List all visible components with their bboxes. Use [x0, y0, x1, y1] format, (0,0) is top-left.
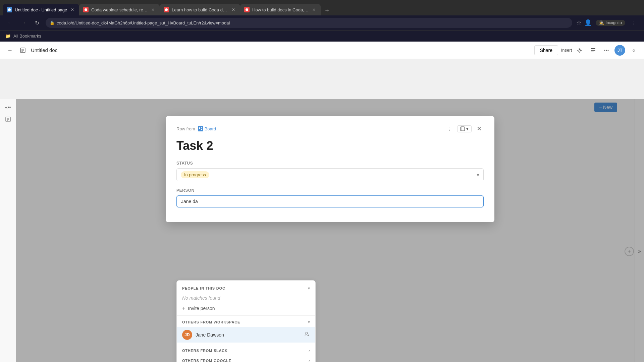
bookmarks-bar: 📁 All Bookmarks	[0, 30, 644, 42]
doc-icon	[19, 46, 27, 54]
svg-rect-14	[591, 50, 595, 51]
svg-rect-24	[201, 127, 202, 128]
person-dropdown: PEOPLE IN THIS DOC ▾ No matches found + …	[176, 280, 316, 362]
board-link[interactable]: Board	[198, 126, 216, 131]
bookmarks-folder-icon: 📁	[5, 34, 11, 39]
svg-rect-23	[199, 127, 200, 129]
profile-icon[interactable]: 👤	[584, 19, 592, 26]
dropdown-divider-2	[177, 344, 315, 344]
reload-button[interactable]: ↻	[32, 18, 42, 27]
tab-4-favicon	[244, 7, 250, 12]
tab-2-title: Coda webinar schedule, regist...	[91, 7, 148, 12]
task-title: Task 2	[176, 139, 484, 153]
url-text: coda.io/d/Untitled-doc_dk4MaGh2h6p/Untit…	[57, 20, 230, 25]
others-workspace-chevron-icon: ▾	[308, 320, 310, 324]
tab-3-close[interactable]: ✕	[231, 7, 236, 12]
modal-action-buttons: ⋮ ▾ ✕	[445, 124, 484, 133]
modal-more-options-button[interactable]: ⋮	[445, 124, 454, 133]
person-label: PERSON	[176, 188, 484, 193]
tab-4-close[interactable]: ✕	[311, 7, 317, 12]
new-tab-button[interactable]: +	[322, 5, 332, 15]
row-from-label: Row from	[176, 126, 195, 131]
header-actions: Share Insert JT	[534, 45, 625, 56]
user-avatar[interactable]: JT	[614, 45, 625, 56]
more-header-button[interactable]	[601, 45, 612, 56]
others-google-label: OTHERS FROM GOOGLE	[182, 359, 309, 362]
svg-rect-13	[591, 48, 595, 49]
svg-point-16	[604, 50, 605, 51]
tab-2[interactable]: Coda webinar schedule, regist... ✕	[79, 4, 160, 15]
address-actions: ☆ 👤	[576, 19, 592, 26]
insert-button[interactable]: Insert	[561, 45, 572, 56]
forward-nav-button[interactable]: →	[19, 18, 28, 27]
invite-person-row[interactable]: + Invite person	[177, 303, 315, 314]
view-toggle-button[interactable]: ▾	[457, 125, 472, 132]
share-button[interactable]: Share	[534, 45, 558, 55]
tab-1-close[interactable]: ✕	[70, 7, 75, 12]
google-chevron-right-icon: ›	[309, 358, 310, 362]
svg-point-3	[246, 8, 248, 11]
lock-icon: 🔒	[50, 20, 55, 25]
others-google-section[interactable]: OTHERS FROM GOOGLE ›	[177, 356, 315, 362]
sidebar: «••	[0, 99, 16, 362]
board-icon	[198, 126, 203, 131]
tab-3-favicon	[164, 7, 169, 12]
tab-3-title: Learn how to build Coda docs...	[172, 7, 228, 12]
bookmarks-label[interactable]: All Bookmarks	[13, 34, 41, 39]
people-in-doc-label: PEOPLE IN THIS DOC	[182, 286, 308, 290]
svg-point-12	[579, 49, 581, 51]
add-person-to-doc-icon[interactable]	[305, 331, 310, 338]
incognito-badge: 🕵 Incognito	[596, 20, 625, 26]
incognito-icon: 🕵	[599, 20, 604, 25]
svg-point-1	[85, 8, 87, 11]
no-matches-text: No matches found	[177, 293, 315, 303]
url-bar[interactable]: 🔒 coda.io/d/Untitled-doc_dk4MaGh2h6p/Unt…	[46, 18, 572, 28]
jane-dawson-name: Jane Dawson	[196, 332, 301, 338]
person-field-section: PERSON	[176, 188, 484, 207]
chevron-down-icon: ▾	[477, 172, 479, 178]
sidebar-toggle-button[interactable]: «••	[3, 102, 13, 113]
bookmark-star-icon[interactable]: ☆	[576, 19, 582, 26]
svg-rect-25	[201, 129, 202, 130]
tab-2-close[interactable]: ✕	[150, 7, 156, 12]
status-field-section: STATUS In progress ▾	[176, 161, 484, 181]
tab-1[interactable]: Untitled doc · Untitled page ✕	[3, 4, 79, 15]
invite-plus-icon: +	[182, 305, 185, 311]
jane-dawson-row[interactable]: JD Jane Dawson	[177, 327, 315, 343]
others-slack-section[interactable]: OTHERS FROM SLACK ›	[177, 346, 315, 356]
tab-4[interactable]: How to build docs in Coda, cre... ✕	[240, 4, 321, 15]
jane-dawson-avatar: JD	[182, 330, 192, 340]
right-panel-collapse-button[interactable]: «	[629, 46, 639, 55]
status-dropdown[interactable]: In progress ▾	[176, 168, 484, 181]
status-label: STATUS	[176, 161, 484, 166]
svg-point-17	[606, 50, 607, 51]
svg-rect-26	[461, 127, 465, 131]
app-back-button[interactable]: ←	[5, 46, 15, 55]
tab-4-title: How to build docs in Coda, cre...	[252, 7, 309, 12]
tab-3[interactable]: Learn how to build Coda docs... ✕	[160, 4, 240, 15]
status-badge: In progress	[181, 171, 209, 178]
svg-point-2	[165, 8, 168, 11]
sidebar-item-1[interactable]	[3, 114, 13, 125]
board-label: Board	[205, 126, 216, 131]
person-search-input[interactable]	[176, 195, 484, 207]
back-nav-button[interactable]: ←	[5, 18, 15, 27]
slack-chevron-right-icon: ›	[309, 348, 310, 353]
tab-1-favicon	[7, 7, 12, 12]
chevron-down-icon: ▾	[466, 126, 469, 131]
others-workspace-section-header[interactable]: OTHERS FROM WORKSPACE ▾	[177, 317, 315, 327]
more-options-button[interactable]: ⋮	[629, 18, 639, 27]
svg-point-18	[608, 50, 609, 51]
people-in-doc-section-header[interactable]: PEOPLE IN THIS DOC ▾	[177, 283, 315, 293]
svg-point-28	[306, 332, 308, 334]
invite-person-label: Invite person	[188, 306, 215, 311]
tab-1-title: Untitled doc · Untitled page	[15, 7, 67, 12]
tab-2-favicon	[83, 7, 89, 12]
layout-button[interactable]	[588, 45, 598, 56]
settings-button[interactable]	[574, 45, 585, 56]
row-detail-modal: Row from Board ⋮ ▾ ✕ Task 2	[166, 116, 494, 222]
modal-close-button[interactable]: ✕	[474, 124, 484, 133]
svg-point-0	[8, 8, 11, 11]
others-slack-label: OTHERS FROM SLACK	[182, 349, 309, 353]
modal-header: Row from Board ⋮ ▾ ✕	[176, 124, 484, 133]
